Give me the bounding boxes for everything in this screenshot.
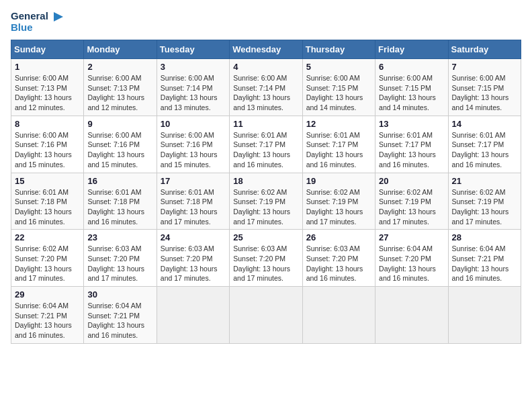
weekday-header-row: SundayMondayTuesdayWednesdayThursdayFrid… (11, 40, 521, 59)
page-header: General Blue (11, 11, 521, 33)
day-number: 4 (233, 62, 298, 72)
calendar-day-cell: 25Sunrise: 6:03 AM Sunset: 7:20 PM Dayli… (230, 230, 302, 287)
calendar-day-cell: 18Sunrise: 6:02 AM Sunset: 7:19 PM Dayli… (230, 173, 302, 230)
calendar-day-cell: 4Sunrise: 6:00 AM Sunset: 7:14 PM Daylig… (230, 59, 302, 116)
day-info: Sunrise: 6:02 AM Sunset: 7:19 PM Dayligh… (233, 187, 298, 227)
day-number: 18 (233, 176, 298, 186)
day-info: Sunrise: 6:03 AM Sunset: 7:20 PM Dayligh… (161, 244, 226, 283)
calendar-day-cell: 15Sunrise: 6:01 AM Sunset: 7:18 PM Dayli… (11, 173, 84, 230)
day-info: Sunrise: 6:02 AM Sunset: 7:19 PM Dayligh… (452, 187, 517, 227)
calendar-day-cell: 29Sunrise: 6:04 AM Sunset: 7:21 PM Dayli… (11, 287, 84, 344)
calendar-day-cell: 24Sunrise: 6:03 AM Sunset: 7:20 PM Dayli… (157, 230, 229, 287)
calendar-day-cell: 17Sunrise: 6:01 AM Sunset: 7:18 PM Dayli… (157, 173, 229, 230)
day-info: Sunrise: 6:04 AM Sunset: 7:21 PM Dayligh… (452, 244, 517, 283)
calendar-day-cell: 23Sunrise: 6:03 AM Sunset: 7:20 PM Dayli… (84, 230, 157, 287)
calendar-day-cell: 19Sunrise: 6:02 AM Sunset: 7:19 PM Dayli… (302, 173, 375, 230)
calendar-week-row: 1Sunrise: 6:00 AM Sunset: 7:13 PM Daylig… (11, 59, 521, 116)
day-info: Sunrise: 6:01 AM Sunset: 7:17 PM Dayligh… (306, 130, 371, 170)
day-info: Sunrise: 6:00 AM Sunset: 7:15 PM Dayligh… (306, 73, 371, 113)
calendar-day-cell: 1Sunrise: 6:00 AM Sunset: 7:13 PM Daylig… (11, 59, 84, 116)
day-number: 20 (379, 176, 444, 186)
day-number: 17 (161, 176, 226, 186)
calendar-week-row: 8Sunrise: 6:00 AM Sunset: 7:16 PM Daylig… (11, 116, 521, 173)
day-info: Sunrise: 6:00 AM Sunset: 7:16 PM Dayligh… (87, 130, 152, 170)
calendar-day-cell: 28Sunrise: 6:04 AM Sunset: 7:21 PM Dayli… (448, 230, 521, 287)
day-number: 28 (452, 232, 517, 242)
day-info: Sunrise: 6:00 AM Sunset: 7:16 PM Dayligh… (161, 130, 226, 170)
day-number: 9 (87, 119, 152, 129)
calendar-day-cell: 9Sunrise: 6:00 AM Sunset: 7:16 PM Daylig… (84, 116, 157, 173)
day-number: 16 (87, 176, 152, 186)
calendar-day-cell: 14Sunrise: 6:01 AM Sunset: 7:17 PM Dayli… (448, 116, 521, 173)
day-info: Sunrise: 6:00 AM Sunset: 7:14 PM Dayligh… (161, 73, 226, 113)
weekday-header-cell: Monday (84, 40, 157, 59)
calendar-day-cell: 11Sunrise: 6:01 AM Sunset: 7:17 PM Dayli… (230, 116, 302, 173)
calendar-table: SundayMondayTuesdayWednesdayThursdayFrid… (11, 40, 521, 344)
calendar-day-cell (375, 287, 448, 344)
day-number: 24 (161, 232, 226, 242)
weekday-header-cell: Friday (375, 40, 448, 59)
day-number: 21 (452, 176, 517, 186)
calendar-day-cell: 7Sunrise: 6:00 AM Sunset: 7:15 PM Daylig… (448, 59, 521, 116)
day-info: Sunrise: 6:03 AM Sunset: 7:20 PM Dayligh… (233, 244, 298, 283)
day-number: 11 (233, 119, 298, 129)
day-info: Sunrise: 6:00 AM Sunset: 7:16 PM Dayligh… (15, 130, 80, 170)
calendar-week-row: 22Sunrise: 6:02 AM Sunset: 7:20 PM Dayli… (11, 230, 521, 287)
day-info: Sunrise: 6:01 AM Sunset: 7:18 PM Dayligh… (87, 187, 152, 227)
day-info: Sunrise: 6:03 AM Sunset: 7:20 PM Dayligh… (87, 244, 152, 283)
day-info: Sunrise: 6:02 AM Sunset: 7:20 PM Dayligh… (15, 244, 80, 283)
day-number: 14 (452, 119, 517, 129)
calendar-day-cell: 12Sunrise: 6:01 AM Sunset: 7:17 PM Dayli… (302, 116, 375, 173)
calendar-day-cell: 2Sunrise: 6:00 AM Sunset: 7:13 PM Daylig… (84, 59, 157, 116)
day-info: Sunrise: 6:03 AM Sunset: 7:20 PM Dayligh… (306, 244, 371, 283)
day-number: 5 (306, 62, 371, 72)
day-info: Sunrise: 6:04 AM Sunset: 7:21 PM Dayligh… (15, 301, 80, 340)
calendar-day-cell: 21Sunrise: 6:02 AM Sunset: 7:19 PM Dayli… (448, 173, 521, 230)
day-info: Sunrise: 6:01 AM Sunset: 7:18 PM Dayligh… (161, 187, 226, 227)
weekday-header-cell: Sunday (11, 40, 84, 59)
day-number: 30 (87, 289, 152, 300)
day-info: Sunrise: 6:04 AM Sunset: 7:20 PM Dayligh… (379, 244, 444, 283)
day-info: Sunrise: 6:00 AM Sunset: 7:15 PM Dayligh… (452, 73, 517, 113)
day-info: Sunrise: 6:02 AM Sunset: 7:19 PM Dayligh… (306, 187, 371, 227)
day-info: Sunrise: 6:00 AM Sunset: 7:14 PM Dayligh… (233, 73, 298, 113)
calendar-day-cell (302, 287, 375, 344)
weekday-header-cell: Thursday (302, 40, 375, 59)
day-number: 8 (15, 119, 80, 129)
day-number: 26 (306, 232, 371, 242)
day-number: 29 (15, 289, 80, 300)
day-number: 12 (306, 119, 371, 129)
day-number: 3 (161, 62, 226, 72)
calendar-day-cell: 30Sunrise: 6:04 AM Sunset: 7:21 PM Dayli… (84, 287, 157, 344)
day-number: 27 (379, 232, 444, 242)
weekday-header-cell: Tuesday (157, 40, 229, 59)
day-number: 7 (452, 62, 517, 72)
day-number: 25 (233, 232, 298, 242)
logo-arrow-icon (51, 12, 63, 21)
day-info: Sunrise: 6:01 AM Sunset: 7:17 PM Dayligh… (233, 130, 298, 170)
day-number: 13 (379, 119, 444, 129)
day-number: 15 (15, 176, 80, 186)
day-info: Sunrise: 6:01 AM Sunset: 7:18 PM Dayligh… (15, 187, 80, 227)
day-info: Sunrise: 6:00 AM Sunset: 7:15 PM Dayligh… (379, 73, 444, 113)
day-number: 10 (161, 119, 226, 129)
day-info: Sunrise: 6:02 AM Sunset: 7:19 PM Dayligh… (379, 187, 444, 227)
svg-marker-0 (54, 12, 63, 21)
day-info: Sunrise: 6:04 AM Sunset: 7:21 PM Dayligh… (87, 301, 152, 340)
calendar-body: 1Sunrise: 6:00 AM Sunset: 7:13 PM Daylig… (11, 59, 521, 344)
day-info: Sunrise: 6:00 AM Sunset: 7:13 PM Dayligh… (15, 73, 80, 113)
weekday-header-cell: Wednesday (230, 40, 302, 59)
day-number: 6 (379, 62, 444, 72)
calendar-day-cell: 10Sunrise: 6:00 AM Sunset: 7:16 PM Dayli… (157, 116, 229, 173)
calendar-day-cell: 22Sunrise: 6:02 AM Sunset: 7:20 PM Dayli… (11, 230, 84, 287)
calendar-day-cell (157, 287, 229, 344)
calendar-day-cell: 27Sunrise: 6:04 AM Sunset: 7:20 PM Dayli… (375, 230, 448, 287)
logo: General Blue (11, 11, 63, 33)
calendar-day-cell: 8Sunrise: 6:00 AM Sunset: 7:16 PM Daylig… (11, 116, 84, 173)
logo-text: General Blue (11, 11, 63, 33)
calendar-day-cell: 5Sunrise: 6:00 AM Sunset: 7:15 PM Daylig… (302, 59, 375, 116)
calendar-day-cell (230, 287, 302, 344)
weekday-header-cell: Saturday (448, 40, 521, 59)
day-number: 23 (87, 232, 152, 242)
day-number: 19 (306, 176, 371, 186)
